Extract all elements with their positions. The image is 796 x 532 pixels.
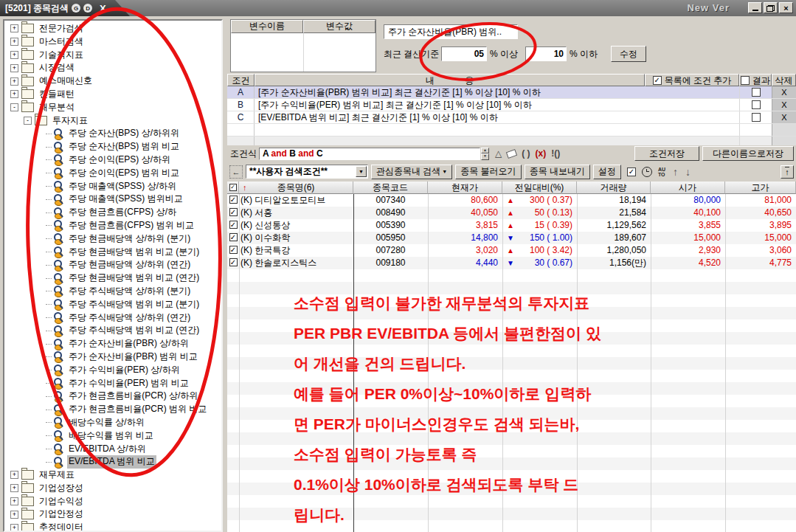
sort-down-icon[interactable]: ↓: [685, 166, 691, 178]
expand-plus-icon[interactable]: +: [10, 77, 18, 86]
minimize-button[interactable]: [748, 2, 762, 13]
restore-button[interactable]: [764, 2, 778, 13]
stock-row[interactable]: ✓(K) 신성통상0053903,815▲15 ( 0.39)1,129,562…: [227, 219, 796, 232]
sort-up-icon[interactable]: ↑: [673, 166, 678, 178]
preset-dropdown[interactable]: **사용자 검색조건** ▼: [246, 165, 368, 179]
stock-row[interactable]: ✓(K) 한솔로지스틱스0091804,440▼30 ( 0.67)1,156(…: [227, 257, 796, 269]
tree-item-label[interactable]: 시장검색: [38, 61, 76, 75]
tree-item[interactable]: +마스터검색: [4, 35, 221, 49]
formula-input[interactable]: A and B and C: [259, 148, 480, 160]
condition-result-checkbox[interactable]: [752, 88, 761, 97]
tree-item-label[interactable]: 주가 현금흐름비율(PCR) 범위 비교: [67, 403, 208, 416]
expand-plus-icon[interactable]: +: [10, 64, 18, 72]
tree-item-label[interactable]: 주당 매출액(SPSS) 범위비교: [67, 193, 184, 206]
formula-spinner[interactable]: ▲▼: [481, 148, 489, 160]
expand-plus-icon[interactable]: +: [10, 511, 18, 519]
tree-item-label[interactable]: 주당 현금흐름(CFPS) 상/하: [67, 206, 178, 219]
tree-item-label[interactable]: 주당 순이익(EPS) 범위 비교: [67, 167, 181, 180]
stock-row-checkbox[interactable]: ✓: [229, 258, 238, 266]
tree-item-label[interactable]: 주당 주식배당액 상/하위 (분기): [67, 285, 192, 298]
result-header-checkbox[interactable]: [741, 76, 750, 85]
tree-item-label[interactable]: 주당 매출액(SPSS) 상/하위: [67, 180, 178, 193]
stock-row-checkbox[interactable]: ✓: [229, 246, 238, 254]
tree-item-label[interactable]: 추정데이터: [38, 521, 85, 532]
tree-item-label[interactable]: 주당 주식배당액 범위 비교 (연간): [67, 324, 201, 337]
tree-item-label[interactable]: 주가 현금흐름비율(PCR) 상/하위: [67, 390, 199, 403]
auto-icon[interactable]: AUTO: [658, 167, 665, 177]
tree-item-label[interactable]: 주당 현금배당액 상/하위 (분기): [67, 232, 192, 246]
move-top-icon[interactable]: ↑: [781, 165, 794, 179]
watchlist-search-button[interactable]: 관심종목내 검색▼: [371, 165, 452, 179]
select-all-checkbox[interactable]: ✓: [227, 182, 239, 194]
tree-item[interactable]: +예스매매신호: [4, 75, 221, 88]
stock-column-header[interactable]: 고가: [725, 182, 796, 194]
stock-column-header[interactable]: 시가: [651, 182, 725, 194]
tree-item[interactable]: 배당수익률 범위 비교: [4, 429, 221, 443]
tree-item[interactable]: 주가 순자산비율(PBR) 상/하위: [4, 337, 221, 350]
tree-item-label[interactable]: 기업안정성: [38, 508, 85, 521]
condition-delete-button[interactable]: X: [772, 99, 796, 111]
save-as-button[interactable]: 다른이름으로저장: [702, 146, 794, 161]
add-to-list-checkbox[interactable]: ✓: [653, 76, 662, 85]
parens-icon[interactable]: ( ): [522, 148, 530, 159]
tree-item[interactable]: 주당 주식배당액 상/하위 (연간): [4, 311, 221, 325]
settings-button[interactable]: 설정: [593, 165, 621, 179]
stock-column-header[interactable]: ↑종목명(6): [239, 182, 353, 194]
condition-row[interactable]: C[EV/EBITDA 범위 비교] 최근 결산기준 [1] % 이상 [10]…: [227, 111, 796, 124]
stock-row[interactable]: ✓(K) 이수화학00595014,800▼150 ( 1.00)189,607…: [227, 232, 796, 244]
tree-item[interactable]: -재무분석: [4, 101, 221, 114]
modify-button[interactable]: 수정: [611, 46, 646, 62]
condition-row[interactable]: B[주가 수익비율(PER) 범위 비교] 최근 결산기준 [1] % 이상 […: [227, 99, 796, 111]
tab-close-icon[interactable]: X: [100, 4, 106, 13]
triangle-icon[interactable]: △: [495, 148, 502, 159]
tree-item-label[interactable]: 주당 주식배당액 범위 비교 (분기): [67, 298, 201, 311]
expand-plus-icon[interactable]: +: [10, 524, 18, 532]
tree-item[interactable]: 주당 현금배당액 범위 비교 (연간): [4, 272, 221, 285]
tree-item-label[interactable]: 재무제표: [38, 469, 76, 482]
tree-item-label[interactable]: 배당수익률 상/하위: [67, 416, 146, 429]
tree-item-label[interactable]: 주당 주식배당액 상/하위 (연간): [67, 311, 192, 325]
tree-item-label[interactable]: 전문가검색: [38, 22, 85, 35]
expand-plus-icon[interactable]: +: [10, 90, 18, 98]
condition-result-checkbox[interactable]: [752, 113, 761, 122]
close-button[interactable]: ×: [779, 2, 793, 13]
condition-delete-button[interactable]: X: [772, 111, 796, 123]
tree-item[interactable]: +캔들패턴: [4, 88, 221, 101]
tree-item[interactable]: 주당 현금흐름(CFPS) 상/하: [4, 206, 221, 219]
tree-item[interactable]: +기업성장성: [4, 482, 221, 495]
tree-item[interactable]: 주당 현금배당액 상/하위 (연간): [4, 258, 221, 272]
tree-item-label[interactable]: 주당 현금배당액 범위 비교 (연간): [67, 272, 201, 285]
tree-item[interactable]: +기술적지표: [4, 49, 221, 62]
tree-item-label[interactable]: 주당 현금흐름(CFPS) 범위 비교: [67, 219, 195, 232]
stock-column-header[interactable]: 거래량: [577, 182, 651, 194]
condition-delete-button[interactable]: X: [772, 86, 796, 98]
save-condition-button[interactable]: 조건저장: [634, 146, 699, 161]
tree-item-label[interactable]: 주당 현금배당액 범위 비교 (분기): [67, 246, 201, 259]
condition-col-add[interactable]: ✓ 목록에 조건 추가: [645, 74, 739, 86]
tree-item[interactable]: +추정데이터: [4, 521, 221, 532]
tree-item[interactable]: 주가 수익비율(PER) 범위 비교: [4, 377, 221, 390]
tree-item[interactable]: 주당 매출액(SPSS) 범위비교: [4, 193, 221, 206]
dock-left-icon[interactable]: ←: [229, 165, 243, 179]
stock-row-checkbox[interactable]: ✓: [229, 233, 238, 241]
tree-item[interactable]: EV/EBITDA 범위 비교: [4, 455, 221, 469]
tree-item[interactable]: +재무제표: [4, 469, 221, 482]
tab-stock-search[interactable]: [5201] 종목검색 G D X: [0, 0, 130, 16]
expand-plus-icon[interactable]: +: [10, 38, 18, 46]
condition-col-result[interactable]: 결과: [739, 74, 772, 86]
tree-item[interactable]: 주가 현금흐름비율(PCR) 범위 비교: [4, 403, 221, 416]
tree-item[interactable]: 주가 수익비율(PER) 상/하위: [4, 364, 221, 377]
tree-item[interactable]: +기업안정성: [4, 508, 221, 521]
tree-item-label[interactable]: 주가 순자산비율(PBR) 상/하위: [67, 337, 190, 350]
stock-column-header[interactable]: 종목코드: [353, 182, 428, 194]
toolbar-checkbox[interactable]: ✓: [627, 167, 636, 176]
collapse-minus-icon[interactable]: -: [10, 103, 18, 111]
tree-item-label[interactable]: 배당수익률 범위 비교: [67, 429, 155, 443]
expand-plus-icon[interactable]: +: [10, 471, 18, 479]
tree-item-label[interactable]: 주가 순자산비율(PBR) 범위 비교: [67, 350, 199, 364]
tree-item[interactable]: 주당 주식배당액 범위 비교 (연간): [4, 324, 221, 337]
tree-item-label[interactable]: 기술적지표: [38, 49, 85, 62]
condition-row[interactable]: A[주가 순자산비율(PBR) 범위 비교] 최근 결산기준 [1] % 이상 …: [227, 86, 796, 99]
stock-row-checkbox[interactable]: ✓: [229, 208, 238, 216]
tree-item-label[interactable]: 재무분석: [38, 101, 76, 114]
